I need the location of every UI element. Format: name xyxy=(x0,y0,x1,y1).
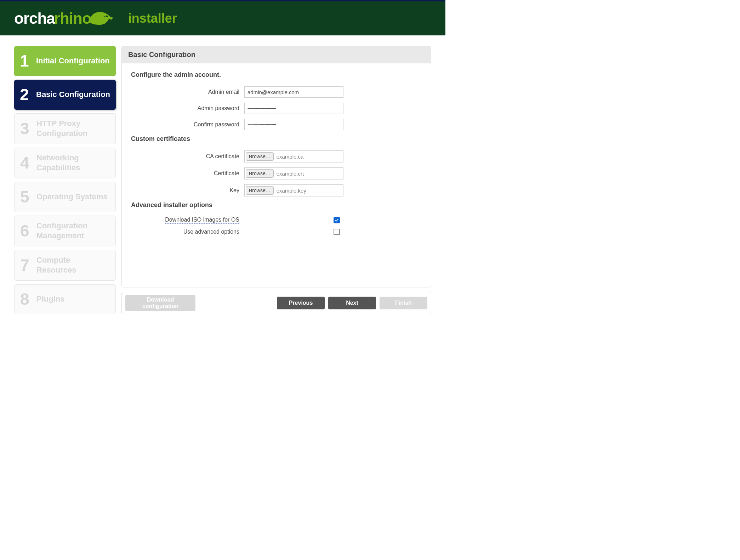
step-6-configuration-management[interactable]: 6 Configuration Management xyxy=(14,216,116,246)
admin-section-title: Configure the admin account. xyxy=(131,71,422,79)
ca-certificate-file-input[interactable]: Browse… example.ca xyxy=(244,150,343,162)
previous-button[interactable]: Previous xyxy=(277,297,325,309)
step-label: Initial Configuration xyxy=(36,56,110,66)
certificate-file-input[interactable]: Browse… example.crt xyxy=(244,167,343,179)
next-button[interactable]: Next xyxy=(328,297,376,309)
step-number: 1 xyxy=(20,53,32,69)
ca-certificate-file-name: example.ca xyxy=(277,154,304,160)
logo: orcharhino installer xyxy=(14,10,177,27)
browse-button[interactable]: Browse… xyxy=(246,186,274,195)
step-label: Basic Configuration xyxy=(36,90,110,99)
installer-label: installer xyxy=(128,11,177,26)
svg-point-1 xyxy=(104,16,105,17)
step-number: 4 xyxy=(20,155,32,171)
confirm-password-input[interactable] xyxy=(244,119,343,130)
key-label: Key xyxy=(131,187,244,194)
step-number: 2 xyxy=(20,86,32,103)
step-label: Networking Capabilities xyxy=(36,153,110,172)
step-2-basic-configuration[interactable]: 2 Basic Configuration xyxy=(14,80,116,110)
download-iso-label[interactable]: Download ISO images for OS xyxy=(165,217,239,224)
step-3-http-proxy-configuration[interactable]: 3 HTTP Proxy Configuration xyxy=(14,113,116,144)
step-number: 7 xyxy=(20,257,32,273)
certificate-label: Certificate xyxy=(131,170,244,177)
step-number: 6 xyxy=(20,223,32,239)
advanced-section-title: Advanced installer options xyxy=(131,201,422,209)
step-label: Plugins xyxy=(36,294,64,304)
brand-part2: rhino xyxy=(54,10,91,27)
admin-email-input[interactable] xyxy=(244,86,343,98)
step-number: 5 xyxy=(20,189,32,205)
browse-button[interactable]: Browse… xyxy=(246,152,274,161)
step-1-initial-configuration[interactable]: 1 Initial Configuration xyxy=(14,46,116,76)
admin-email-label: Admin email xyxy=(131,89,244,95)
step-number: 8 xyxy=(20,291,32,307)
key-file-input[interactable]: Browse… example.key xyxy=(244,184,343,196)
key-file-name: example.key xyxy=(277,188,306,194)
step-label: Configuration Management xyxy=(36,221,110,240)
admin-password-label: Admin password xyxy=(131,105,244,112)
finish-button[interactable]: Finish xyxy=(380,297,427,309)
cert-section-title: Custom certificates xyxy=(131,135,422,143)
use-advanced-label: Use advanced options xyxy=(131,229,244,235)
wizard-sidebar: 1 Initial Configuration 2 Basic Configur… xyxy=(14,46,116,314)
browse-button[interactable]: Browse… xyxy=(246,169,274,178)
step-number: 3 xyxy=(20,120,32,137)
ca-certificate-label: CA certificate xyxy=(131,153,244,160)
certificate-file-name: example.crt xyxy=(277,171,304,177)
admin-password-input[interactable] xyxy=(244,103,343,114)
step-4-networking-capabilities[interactable]: 4 Networking Capabilities xyxy=(14,148,116,178)
step-label: Operating Systems xyxy=(36,192,108,202)
step-label: Compute Resources xyxy=(36,255,110,275)
svg-point-0 xyxy=(106,16,108,17)
step-label: HTTP Proxy Configuration xyxy=(36,119,110,138)
main-panel: Basic Configuration Configure the admin … xyxy=(121,46,431,287)
step-7-compute-resources[interactable]: 7 Compute Resources xyxy=(14,250,116,281)
footer-bar: Download configuration Previous Next Fin… xyxy=(121,292,431,314)
step-5-operating-systems[interactable]: 5 Operating Systems xyxy=(14,182,116,212)
panel-title: Basic Configuration xyxy=(122,46,431,63)
confirm-password-label: Confirm password xyxy=(131,121,244,128)
download-iso-checkbox[interactable] xyxy=(334,217,340,223)
step-8-plugins[interactable]: 8 Plugins xyxy=(14,284,116,314)
rhino-icon xyxy=(89,11,114,26)
use-advanced-checkbox[interactable] xyxy=(334,229,340,235)
header-bar: orcharhino installer xyxy=(0,1,445,35)
download-configuration-button[interactable]: Download configuration xyxy=(125,295,195,311)
brand-part1: orcha xyxy=(14,10,55,27)
